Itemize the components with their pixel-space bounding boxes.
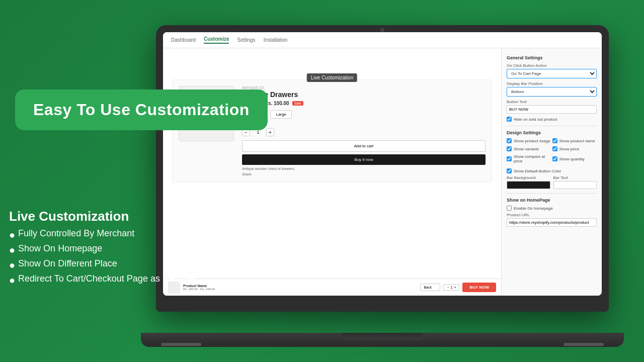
sticky-buy-now-button[interactable]: BUY NOW	[462, 283, 496, 292]
hero-badge-text: Easy To Use Customization	[33, 101, 250, 119]
laptop-foot-left	[161, 343, 201, 346]
sticky-product-name: Product Name	[183, 284, 417, 288]
show-price-row: Show price	[552, 146, 597, 151]
hero-badge: Easy To Use Customization	[15, 89, 268, 130]
bullet-icon: ●	[9, 228, 15, 241]
bar-text-color[interactable]	[553, 181, 597, 189]
show-compare-checkbox[interactable]	[507, 156, 512, 161]
product-description: Antique wooden chest of drawers.	[242, 167, 486, 170]
laptop-base-notch	[342, 333, 423, 340]
show-on-homepage-title: Show on HomePage	[507, 198, 597, 203]
show-price-label: Show price	[559, 147, 580, 151]
laptop-body: Dashboard Customize Settings Installatio…	[156, 25, 609, 312]
share-link[interactable]: Share	[242, 172, 486, 176]
qty-control: − 1 +	[242, 128, 486, 136]
show-compare-row: Show compare at price	[507, 154, 551, 163]
hide-sold-out-row: Hide on sold out product	[507, 117, 597, 122]
show-quantity-label: Show quantity	[559, 157, 585, 161]
product-details: ANTIQUE CO. Antique Drawers Rs. 150.00 R…	[242, 86, 486, 176]
bar-background-field: Bar Background	[507, 175, 550, 189]
sticky-back-select[interactable]: Back	[420, 284, 440, 291]
show-price-checkbox[interactable]	[552, 146, 557, 151]
show-product-name-row: Show product name	[552, 138, 597, 143]
screen-content: Dashboard Customize Settings Installatio…	[163, 32, 602, 296]
general-settings-title: General Settings	[507, 55, 597, 60]
product-name: Antique Drawers	[242, 90, 486, 99]
list-item: ● Fully Controlled By Merchant	[9, 228, 199, 241]
sticky-qty-decrease[interactable]: −	[447, 286, 449, 289]
laptop-base	[141, 333, 624, 347]
show-default-button-color-row: Show Default Button Color	[507, 168, 597, 173]
product-url-input[interactable]	[507, 218, 597, 227]
sticky-price-current: Rs. 248.00	[200, 288, 215, 291]
feature-item-label: Fully Controlled By Merchant	[18, 228, 134, 239]
display-bar-label: Display Bar Position	[507, 81, 597, 86]
product-price-row: Rs. 150.00 Rs. 100.00 Sale	[242, 101, 486, 106]
hide-sold-out-checkbox[interactable]	[507, 117, 512, 122]
on-click-select[interactable]: Go To Cart Page	[507, 69, 597, 78]
feature-item-label: Show On Homepage	[18, 243, 102, 254]
divider	[507, 126, 597, 126]
show-quantity-checkbox[interactable]	[552, 156, 557, 161]
feature-title: Live Customization	[9, 209, 199, 224]
design-checkboxes: Show product image Show product name Sho…	[507, 138, 597, 165]
hide-sold-out-label: Hide on sold out product	[514, 117, 557, 122]
enable-on-homepage-row: Enable On homepage	[507, 206, 597, 211]
qty-label: Quantity	[242, 123, 486, 126]
show-quantity-row: Show quantity	[552, 154, 597, 163]
add-to-cart-button[interactable]: Add to cart	[242, 140, 486, 152]
list-item: ● Show On Homepage	[9, 243, 199, 256]
enable-on-homepage-label: Enable On homepage	[514, 206, 553, 211]
bar-background-label: Bar Background	[507, 175, 550, 180]
feature-item-label: Redirect To Cart/Checkout Page as Requir…	[18, 274, 199, 284]
size-large-button[interactable]: Large	[270, 110, 291, 119]
display-bar-select[interactable]: Bottom	[507, 87, 597, 97]
price-current: Rs. 100.00	[265, 101, 289, 106]
list-item: ● Redirect To Cart/Checkout Page as Requ…	[9, 274, 199, 287]
product-vendor: ANTIQUE CO.	[242, 86, 486, 89]
bullet-icon: ●	[9, 274, 15, 287]
screen-nav: Dashboard Customize Settings Installatio…	[163, 32, 602, 48]
show-product-image-label: Show product image	[514, 139, 550, 143]
sticky-product-info: Product Name Rs. 150.00 Rs. 248.00	[183, 284, 417, 291]
nav-customize[interactable]: Customize	[204, 36, 229, 44]
buy-now-button[interactable]: Buy it now	[242, 154, 486, 165]
bullet-icon: ●	[9, 258, 15, 272]
feature-item-label: Show On Different Place	[18, 258, 117, 269]
enable-on-homepage-checkbox[interactable]	[507, 206, 512, 211]
live-customization-label: Live Customization	[307, 73, 357, 82]
show-product-name-checkbox[interactable]	[552, 138, 557, 143]
show-variants-row: Show variants	[507, 146, 551, 151]
qty-increase-button[interactable]: +	[266, 128, 274, 136]
bar-text-label: Bar Text	[553, 175, 597, 180]
show-product-image-checkbox[interactable]	[507, 138, 512, 143]
button-text-input[interactable]	[507, 105, 597, 114]
show-default-button-color-checkbox[interactable]	[507, 168, 512, 173]
show-compare-label: Show compare at price	[514, 154, 551, 163]
nav-settings[interactable]: Settings	[237, 37, 255, 43]
show-product-image-row: Show product image	[507, 138, 551, 143]
bar-background-color[interactable]	[507, 181, 550, 189]
divider	[507, 193, 597, 194]
settings-panel: General Settings On Click Button Action …	[501, 48, 602, 296]
nav-dashboard[interactable]: Dashboard	[171, 37, 196, 43]
sticky-qty-increase[interactable]: +	[454, 286, 456, 289]
nav-installation[interactable]: Installation	[264, 37, 288, 43]
sticky-qty-control: − 1 +	[443, 284, 459, 291]
bar-text-field: Bar Text	[553, 175, 597, 189]
laptop-foot-right	[564, 343, 604, 346]
sticky-product-price: Rs. 150.00 Rs. 248.00	[183, 288, 417, 291]
product-preview: Live Customization	[163, 48, 501, 296]
sale-badge: Sale	[292, 101, 303, 106]
laptop: Dashboard Customize Settings Installatio…	[156, 25, 609, 347]
laptop-camera	[380, 28, 384, 32]
screen-main: Live Customization	[163, 48, 602, 296]
laptop-screen-bezel: Dashboard Customize Settings Installatio…	[163, 32, 602, 296]
show-variants-checkbox[interactable]	[507, 146, 512, 151]
show-product-name-label: Show product name	[559, 139, 595, 143]
product-url-label: Product URL	[507, 213, 597, 217]
design-settings-title: Design Settings	[507, 130, 597, 135]
sticky-bar: Product Name Rs. 150.00 Rs. 248.00 Back	[163, 279, 501, 296]
show-variants-label: Show variants	[514, 147, 539, 151]
show-default-button-color-label: Show Default Button Color	[514, 169, 561, 173]
